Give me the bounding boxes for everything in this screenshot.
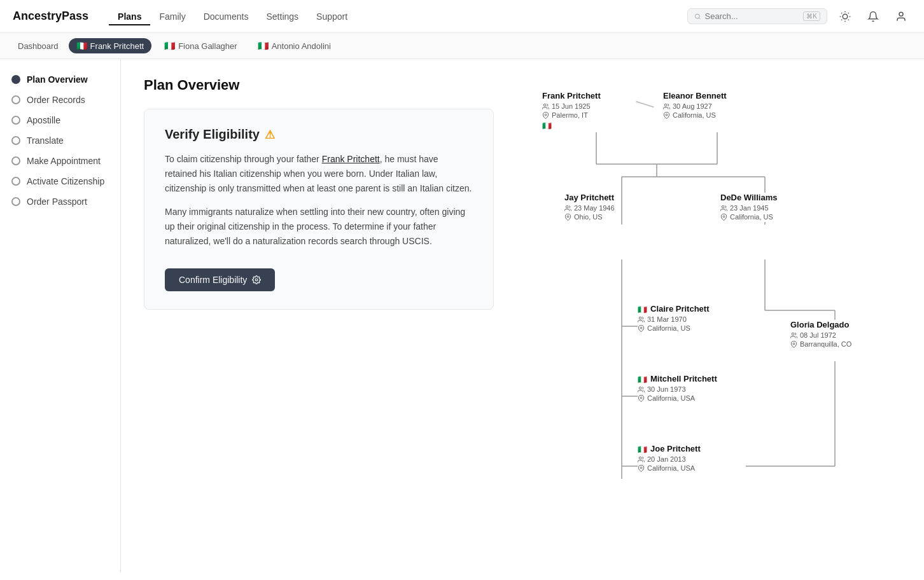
radio-indicator [11,156,20,165]
sidebar-item-label: Activate Citizenship [27,176,104,186]
nav-tabs: PlansFamilyDocumentsSettingsSupport [109,8,356,25]
svg-point-11 [899,12,903,16]
search-kbd: ⌘K [803,11,820,21]
tree-slash-decoration: ╲ [636,95,654,113]
confirm-eligibility-button[interactable]: Confirm Eligibility [165,268,275,291]
radio-indicator [11,197,20,206]
svg-point-34 [566,205,568,208]
person-frank-pritchett-sr: Frank Pritchett 15 Jun 1925 Palermo, IT … [542,91,601,130]
sidebar-item-label: Order Passport [27,197,87,207]
header: AncestryPass PlansFamilyDocumentsSetting… [0,0,924,33]
tab-frank-pritchett[interactable]: 🇮🇹Frank Pritchett [69,38,152,53]
svg-line-5 [841,13,842,13]
radio-indicator [11,136,20,145]
search-box[interactable]: ⌘K [687,8,827,24]
person-gloria-delgado: Gloria Delgado 08 Jul 1972 Barranquilla,… [790,320,851,349]
paragraph-1: To claim citizenship through your father… [165,152,473,196]
person-jay-pritchett: Jay Pritchett 23 May 1946 Ohio, US [564,193,615,222]
svg-line-6 [848,19,849,20]
user-menu-button[interactable] [891,6,911,27]
radio-indicator [11,95,20,104]
search-input[interactable] [705,11,800,21]
sidebar-item-label: Translate [27,135,64,146]
sidebar-item-label: Plan Overview [27,74,88,85]
svg-point-33 [666,114,668,116]
confirm-btn-label: Confirm Eligibility [179,275,247,285]
theme-toggle-button[interactable] [835,6,855,27]
section-body: To claim citizenship through your father… [165,152,473,291]
tab-dashboard[interactable]: Dashboard [13,39,64,53]
header-left: AncestryPass PlansFamilyDocumentsSetting… [13,8,356,25]
tree-container: Frank Pritchett 15 Jun 1925 Palermo, IT … [523,72,905,517]
svg-point-43 [640,397,642,399]
nav-tab-family[interactable]: Family [150,9,194,25]
tab-label: Antonio Andolini [272,41,331,51]
nav-tab-documents[interactable]: Documents [195,9,258,25]
nav-tab-settings[interactable]: Settings [257,9,307,25]
sidebar-item-activate-citizenship[interactable]: Activate Citizenship [0,171,120,191]
content-area: Plan Overview Verify Eligibility ⚠ To cl… [121,59,517,572]
svg-point-12 [256,279,258,281]
nav-tab-support[interactable]: Support [307,9,356,25]
svg-point-38 [639,317,641,319]
svg-point-2 [843,14,848,19]
tab-label: Fiona Gallagher [178,41,237,51]
nav-tab-plans[interactable]: Plans [109,9,150,25]
section-title: Verify Eligibility ⚠ [165,127,473,142]
svg-point-37 [723,216,725,218]
svg-point-0 [695,14,699,18]
person-eleanor-bennett: Eleanor Bennett 30 Aug 1927 California, … [663,91,727,120]
user-icon [895,11,907,22]
sidebar-item-label: Make Appointment [27,156,101,166]
svg-point-35 [567,216,569,218]
svg-line-9 [841,19,842,20]
sidebar-item-label: Order Records [27,95,85,105]
app-title: AncestryPass [13,10,88,23]
person-dede-williams: DeDe Williams 23 Jan 1945 California, US [720,193,777,222]
svg-point-42 [639,387,641,389]
sidebar: Plan OverviewOrder RecordsApostilleTrans… [0,59,121,572]
svg-line-1 [699,18,700,19]
section-title-text: Verify Eligibility [165,127,260,142]
sidebar-item-label: Apostille [27,115,60,125]
father-link: Frank Pritchett [322,154,380,164]
sun-icon [839,11,851,22]
sidebar-item-translate[interactable]: Translate [0,130,120,151]
svg-point-32 [664,104,667,106]
svg-point-44 [639,457,641,459]
tab-fiona-gallagher[interactable]: 🇮🇹Fiona Gallagher [157,38,245,53]
svg-point-45 [640,467,642,469]
search-icon [694,12,701,21]
sidebar-item-order-records[interactable]: Order Records [0,90,120,110]
page-title: Plan Overview [144,77,494,93]
main-layout: Plan OverviewOrder RecordsApostilleTrans… [0,59,924,572]
tab-row: Dashboard🇮🇹Frank Pritchett🇮🇹Fiona Gallag… [0,33,924,59]
sidebar-item-apostille[interactable]: Apostille [0,110,120,130]
sidebar-item-order-passport[interactable]: Order Passport [0,191,120,212]
tree-svg [523,72,905,517]
header-right: ⌘K [687,6,911,27]
person-claire-pritchett: 🇮🇹 Claire Pritchett 31 Mar 1970 Californ… [638,304,709,333]
svg-point-31 [545,114,547,116]
verify-eligibility-card: Verify Eligibility ⚠ To claim citizenshi… [144,109,494,310]
svg-point-30 [543,104,546,106]
flag-icon: 🇮🇹 [258,41,269,51]
flag-icon: 🇮🇹 [164,41,175,51]
sidebar-item-make-appointment[interactable]: Make Appointment [0,151,120,171]
radio-indicator [11,75,20,84]
person-mitchell-pritchett: 🇮🇹 Mitchell Pritchett 30 Jun 1973 Califo… [638,374,717,403]
flag-icon: 🇮🇹 [76,41,87,51]
svg-point-36 [722,205,724,208]
tab-antonio-andolini[interactable]: 🇮🇹Antonio Andolini [250,38,339,53]
svg-point-39 [640,327,642,329]
radio-indicator [11,177,20,186]
svg-point-40 [792,333,794,335]
sidebar-item-plan-overview[interactable]: Plan Overview [0,69,120,90]
svg-line-10 [848,13,849,13]
person-joe-pritchett: 🇮🇹 Joe Pritchett 20 Jan 2013 California,… [638,444,701,473]
notifications-button[interactable] [863,6,883,27]
paragraph-2: Many immigrants naturalize when settling… [165,205,473,249]
settings-icon [252,275,261,284]
tab-label: Frank Pritchett [90,41,144,51]
warning-icon: ⚠ [265,128,275,142]
